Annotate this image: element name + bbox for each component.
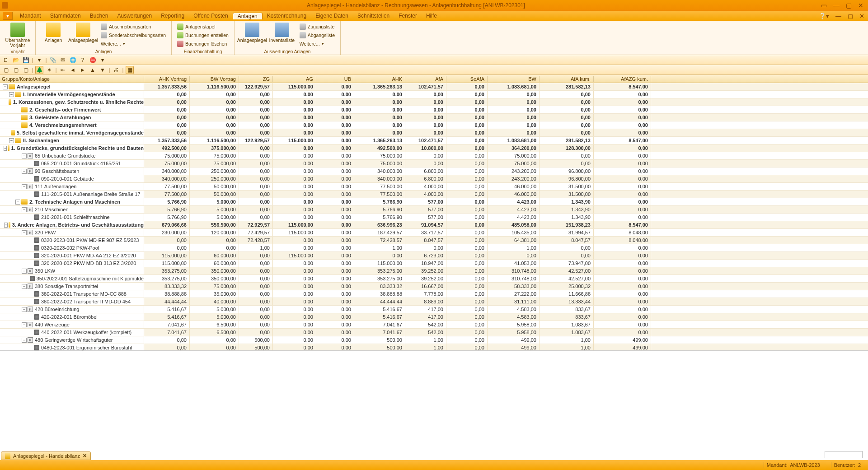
- table-row[interactable]: 5. Selbst geschaffene immat. Vermögensge…: [0, 129, 868, 137]
- table-row[interactable]: 380-2022-001 Transporter MD-CC 88838.888…: [0, 290, 868, 298]
- tb-help-icon[interactable]: ?: [79, 56, 87, 64]
- table-row[interactable]: 320-2020-001 PKW MD-AA 212 EZ 3/2020115.…: [0, 252, 868, 260]
- menu-anlagen[interactable]: Anlagen: [233, 13, 263, 19]
- inventarliste-button[interactable]: Inventarliste: [268, 22, 296, 43]
- gtb-icon-1[interactable]: ▢: [2, 66, 10, 74]
- table-row[interactable]: 380-2022-002 Transporter II MD-DD 45444.…: [0, 298, 868, 306]
- tree-cell[interactable]: −K380 Sonstige Transportmittel: [0, 283, 144, 290]
- grid-header-col-5[interactable]: AHK: [354, 76, 405, 82]
- gtb-next-icon[interactable]: ►: [79, 66, 87, 74]
- expander-icon[interactable]: −: [22, 322, 27, 327]
- menu-kostenrechnung[interactable]: Kostenrechnung: [263, 13, 311, 19]
- table-row[interactable]: −K440 Werkzeuge7.041,676.500,000,000,000…: [0, 321, 868, 329]
- gtb-prev-icon[interactable]: ◄: [69, 66, 77, 74]
- abgangsliste-button[interactable]: Abgangsliste: [298, 31, 337, 39]
- grid-header-col-0[interactable]: AHK Vortrag: [144, 76, 190, 82]
- anlagen-button[interactable]: Anlagen: [39, 22, 67, 43]
- expander-icon[interactable]: −: [4, 223, 7, 228]
- mdi-close-icon[interactable]: ✕: [859, 13, 864, 19]
- table-row[interactable]: −K350 LKW353.275,00350.000,000,000,000,0…: [0, 267, 868, 275]
- table-row[interactable]: 420-2022-001 Büromöbel5.416,675.000,000,…: [0, 313, 868, 321]
- grid-header-col-8[interactable]: BW: [488, 76, 540, 82]
- menu-auswertungen[interactable]: Auswertungen: [113, 13, 156, 19]
- abschreibungsarten-button[interactable]: Abschreibungsarten: [99, 23, 168, 31]
- menu-hilfe[interactable]: Hilfe: [422, 13, 441, 19]
- ribbon-collapse-icon[interactable]: ▭: [821, 2, 827, 9]
- table-row[interactable]: 0480-2023-001 Ergonomischer Bürostuhl0,0…: [0, 344, 868, 350]
- tree-cell[interactable]: 380-2022-002 Transporter II MD-DD 454: [0, 298, 144, 305]
- tree-cell[interactable]: −K350 LKW: [0, 267, 144, 275]
- tree-cell[interactable]: 0320-2023-001 PKW MD-EE 987 EZ 5/2023: [0, 237, 144, 244]
- tree-cell[interactable]: 0480-2023-001 Ergonomischer Bürostuhl: [0, 344, 144, 350]
- maximize-icon[interactable]: ▢: [846, 2, 852, 9]
- gtb-print-icon[interactable]: 🖨: [112, 66, 120, 74]
- expander-icon[interactable]: −: [22, 284, 27, 289]
- tree-cell[interactable]: −II. Sachanlagen: [0, 137, 144, 144]
- table-row[interactable]: −K320 PKW230.000,00120.000,0072.429,5711…: [0, 229, 868, 237]
- gtb-down-icon[interactable]: ▼: [99, 66, 107, 74]
- grid-header-col-4[interactable]: UB: [316, 76, 354, 82]
- zugangsliste-button[interactable]: Zugangsliste: [298, 23, 337, 31]
- mdi-maximize-icon[interactable]: ▢: [848, 13, 853, 19]
- tree-cell[interactable]: 320-2020-001 PKW MD-AA 212 EZ 3/2020: [0, 252, 144, 259]
- menu-buchen[interactable]: Buchen: [85, 13, 113, 19]
- tree-cell[interactable]: 320-2020-002 PKW MD-BB 313 EZ 3/2020: [0, 260, 144, 267]
- tree-cell[interactable]: −1. Grundstücke, grundstücksgleiche Rech…: [0, 144, 144, 152]
- menu-offene-posten[interactable]: Offene Posten: [189, 13, 233, 19]
- anlagespiegel-report-button[interactable]: Anlagespiegel: [238, 22, 266, 43]
- tb-save-icon[interactable]: 💾: [22, 56, 30, 64]
- menu-stammdaten[interactable]: Stammdaten: [46, 13, 85, 19]
- table-row[interactable]: 320-2020-002 PKW MD-BB 313 EZ 3/2020115.…: [0, 260, 868, 267]
- grid-body[interactable]: −Anlagespiegel1.357.333,561.116.500,0012…: [0, 83, 868, 350]
- tree-cell[interactable]: 090-2010-001 Gebäude: [0, 175, 144, 182]
- table-row[interactable]: 4. Verschmelzungsmehrwert0,000,000,000,0…: [0, 121, 868, 129]
- expander-icon[interactable]: −: [22, 169, 27, 174]
- gtb-icon-3[interactable]: ▢: [22, 66, 30, 74]
- tree-cell[interactable]: −Anlagespiegel: [0, 83, 144, 90]
- tb-mail-icon[interactable]: ✉: [59, 56, 67, 64]
- tree-cell[interactable]: −K480 Geringwertige Wirtschaftsgüter: [0, 336, 144, 344]
- table-row[interactable]: 111-2015-001 Außenanlage Breite Straße 1…: [0, 191, 868, 198]
- grid-header-col-1[interactable]: BW Vortrag: [190, 76, 239, 82]
- anlagenstapel-button[interactable]: Anlagenstapel: [175, 23, 230, 31]
- tb-nav-icon[interactable]: ▾: [35, 56, 43, 64]
- tree-cell[interactable]: −K65 Unbebaute Grundstücke: [0, 152, 144, 159]
- tree-cell[interactable]: 1. Konzessionen, gew. Schutzrechte u. äh…: [0, 98, 144, 106]
- tree-cell[interactable]: 380-2022-001 Transporter MD-CC 888: [0, 290, 144, 298]
- app-menu-button[interactable]: ▾: [3, 12, 13, 20]
- tree-cell[interactable]: −K320 PKW: [0, 229, 144, 236]
- expander-icon[interactable]: −: [15, 200, 20, 205]
- table-row[interactable]: 1. Konzessionen, gew. Schutzrechte u. äh…: [0, 98, 868, 106]
- table-row[interactable]: −K380 Sonstige Transportmittel83.333,327…: [0, 283, 868, 290]
- buchungen-loeschen-button[interactable]: Buchungen löschen: [175, 40, 230, 48]
- document-tab-anlagespiegel[interactable]: Anlagespiegel - Handelsbilanz ✕: [1, 451, 91, 460]
- tab-close-icon[interactable]: ✕: [83, 453, 87, 459]
- grid-header-col-10[interactable]: AfAZG kum.: [594, 76, 651, 82]
- table-row[interactable]: −K480 Geringwertige Wirtschaftsgüter0,00…: [0, 336, 868, 344]
- grid-header-col-3[interactable]: AG: [273, 76, 316, 82]
- grid-header-col-9[interactable]: AfA kum.: [540, 76, 594, 82]
- expander-icon[interactable]: −: [22, 154, 27, 158]
- table-row[interactable]: 440-2022-001 Werkzeugkoffer (komplett)7.…: [0, 329, 868, 336]
- expander-icon[interactable]: −: [22, 184, 27, 189]
- gtb-tree-toggle[interactable]: 🌲: [35, 66, 43, 74]
- table-row[interactable]: 0320-2023-001 PKW MD-EE 987 EZ 5/20230,0…: [0, 237, 868, 244]
- expander-icon[interactable]: −: [3, 84, 8, 89]
- tb-open-icon[interactable]: 📂: [12, 56, 20, 64]
- quick-search-input[interactable]: [825, 451, 863, 458]
- tree-cell[interactable]: −3. Andere Anlagen, Betriebs- und Geschä…: [0, 221, 144, 228]
- buchungen-erstellen-button[interactable]: Buchungen erstellen: [175, 31, 230, 39]
- expander-icon[interactable]: −: [22, 230, 27, 235]
- gtb-layout-icon[interactable]: ▦: [126, 66, 134, 74]
- tree-cell[interactable]: 111-2015-001 Außenanlage Breite Straße 1…: [0, 191, 144, 198]
- uebernahme-vorjahr-button[interactable]: ÜbernahmeVorjahr: [4, 22, 32, 48]
- table-row[interactable]: 210-2021-001 Schleifmaschine5.766,905.00…: [0, 214, 868, 221]
- table-row[interactable]: −K111 Außenanlagen77.500,0050.000,000,00…: [0, 183, 868, 191]
- table-row[interactable]: 350-2022-001 Sattelzugmaschine mit Kippm…: [0, 275, 868, 283]
- expander-icon[interactable]: −: [9, 138, 14, 143]
- tree-cell[interactable]: −K111 Außenanlagen: [0, 183, 144, 190]
- gtb-up-icon[interactable]: ▲: [89, 66, 97, 74]
- table-row[interactable]: −I. Immaterielle Vermögensgegenstände0,0…: [0, 91, 868, 98]
- table-row[interactable]: −K90 Geschäftsbauten340.000,00250.000,00…: [0, 168, 868, 175]
- tree-cell[interactable]: −K90 Geschäftsbauten: [0, 168, 144, 175]
